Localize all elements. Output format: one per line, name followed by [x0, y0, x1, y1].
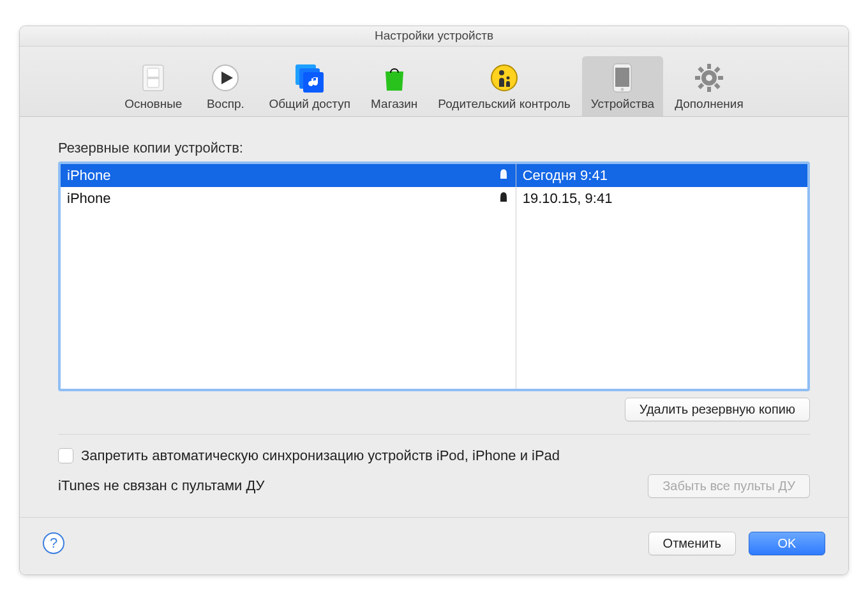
backup-row[interactable]: iPhone: [61, 187, 516, 210]
svg-point-9: [499, 70, 504, 75]
backups-label: Резервные копии устройств:: [58, 140, 810, 156]
svg-rect-19: [714, 66, 721, 73]
svg-rect-20: [698, 82, 704, 89]
window-title: Настройки устройств: [20, 26, 848, 47]
svg-rect-2: [147, 77, 159, 79]
tab-devices[interactable]: Устройства: [582, 56, 663, 116]
tab-label: Магазин: [371, 97, 417, 111]
ok-button[interactable]: OK: [749, 532, 825, 555]
svg-point-23: [706, 75, 712, 81]
delete-backup-button[interactable]: Удалить резервную копию: [625, 398, 810, 421]
tab-label: Устройства: [591, 97, 654, 111]
remotes-status-text: iTunes не связан с пультами ДУ: [58, 477, 265, 494]
cancel-button[interactable]: Отменить: [648, 532, 736, 555]
svg-rect-15: [707, 64, 711, 69]
prevent-sync-label: Запретить автоматическую синхронизацию у…: [81, 447, 560, 464]
tab-label: Родительский контроль: [438, 97, 570, 111]
footer: ? Отменить OK: [20, 517, 848, 574]
tab-advanced[interactable]: Дополнения: [666, 56, 752, 116]
help-glyph: ?: [50, 535, 57, 551]
bag-icon: [379, 63, 410, 93]
forget-remotes-button: Забыть все пульты ДУ: [648, 474, 810, 498]
toolbar: Основные Воспр. Общий доступ: [20, 47, 848, 117]
backups-device-column: iPhone iPhone: [61, 164, 516, 389]
prevent-sync-row: Запретить автоматическую синхронизацию у…: [58, 447, 810, 464]
help-button[interactable]: ?: [43, 532, 64, 554]
content-pane: Резервные копии устройств: iPhone iPhone: [20, 117, 848, 498]
svg-rect-21: [698, 66, 704, 73]
svg-rect-18: [718, 76, 723, 80]
tab-playback[interactable]: Воспр.: [193, 56, 257, 116]
backups-date-column: Сегодня 9:41 19.10.15, 9:41: [516, 164, 807, 389]
tab-general[interactable]: Основные: [116, 56, 191, 116]
window-title-text: Настройки устройств: [375, 29, 493, 43]
divider: [58, 434, 810, 435]
music-stack-icon: [294, 63, 325, 93]
phone-icon: [607, 63, 638, 93]
svg-rect-17: [695, 76, 700, 80]
parental-icon: [489, 63, 520, 93]
backups-list[interactable]: iPhone iPhone Сегодня 9:41 19.10.15: [58, 161, 810, 391]
backup-device-name: iPhone: [67, 190, 111, 207]
tab-store[interactable]: Магазин: [362, 56, 426, 116]
svg-rect-16: [707, 87, 711, 92]
tab-sharing[interactable]: Общий доступ: [260, 56, 359, 116]
tab-label: Основные: [124, 97, 182, 111]
gear-icon: [694, 63, 724, 93]
backup-device-name: iPhone: [67, 167, 111, 184]
preferences-window: Настройки устройств Основные Воспр.: [19, 26, 849, 575]
svg-rect-12: [615, 68, 629, 87]
remotes-row: iTunes не связан с пультами ДУ Забыть вс…: [58, 474, 810, 498]
tab-label: Воспр.: [207, 97, 244, 111]
tab-label: Общий доступ: [269, 97, 350, 111]
backup-row[interactable]: iPhone: [61, 164, 516, 187]
play-icon: [210, 63, 241, 93]
switch-icon: [138, 63, 168, 93]
tab-parental[interactable]: Родительский контроль: [429, 56, 579, 116]
backup-date[interactable]: Сегодня 9:41: [516, 164, 807, 187]
lock-icon: [498, 190, 509, 207]
prevent-sync-checkbox[interactable]: [58, 448, 73, 463]
backup-date[interactable]: 19.10.15, 9:41: [516, 187, 807, 210]
svg-rect-22: [714, 82, 721, 89]
svg-point-10: [507, 76, 510, 79]
lock-icon: [498, 167, 509, 184]
tab-label: Дополнения: [675, 97, 744, 111]
svg-point-13: [621, 87, 624, 91]
